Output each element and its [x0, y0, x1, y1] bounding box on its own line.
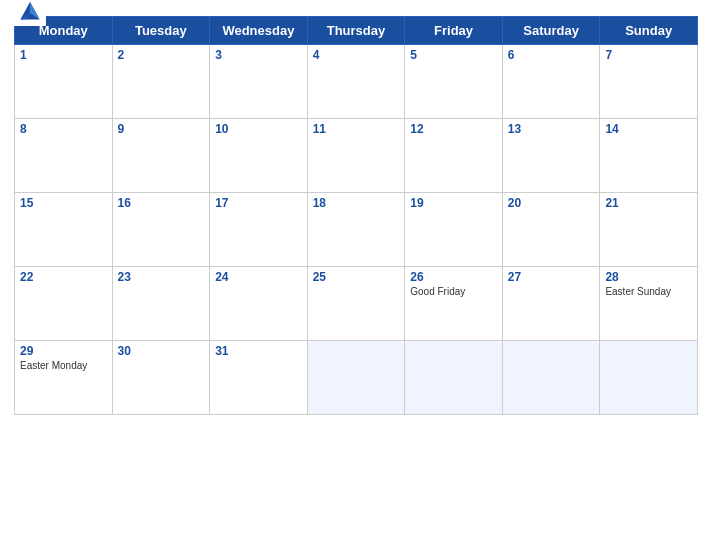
calendar-cell: 20: [502, 193, 600, 267]
calendar-cell: 22: [15, 267, 113, 341]
calendar-week-row: 15161718192021: [15, 193, 698, 267]
weekday-header-sunday: Sunday: [600, 17, 698, 45]
cell-date-number: 2: [118, 48, 205, 62]
cell-date-number: 25: [313, 270, 400, 284]
cell-date-number: 5: [410, 48, 497, 62]
weekday-header-thursday: Thursday: [307, 17, 405, 45]
cell-date-number: 22: [20, 270, 107, 284]
calendar-cell: 27: [502, 267, 600, 341]
calendar-cell: 31: [210, 341, 308, 415]
weekday-header-tuesday: Tuesday: [112, 17, 210, 45]
cell-holiday-label: Easter Sunday: [605, 286, 692, 297]
calendar-week-row: 2223242526Good Friday2728Easter Sunday: [15, 267, 698, 341]
calendar-body: 1234567891011121314151617181920212223242…: [15, 45, 698, 415]
calendar-cell: 21: [600, 193, 698, 267]
calendar-cell: [502, 341, 600, 415]
cell-date-number: 11: [313, 122, 400, 136]
cell-date-number: 23: [118, 270, 205, 284]
cell-date-number: 27: [508, 270, 595, 284]
calendar-cell: 28Easter Sunday: [600, 267, 698, 341]
calendar-cell: 19: [405, 193, 503, 267]
calendar-cell: 25: [307, 267, 405, 341]
calendar-cell: 2: [112, 45, 210, 119]
calendar-week-row: 29Easter Monday3031: [15, 341, 698, 415]
cell-date-number: 1: [20, 48, 107, 62]
weekday-header-saturday: Saturday: [502, 17, 600, 45]
weekday-header-row: MondayTuesdayWednesdayThursdayFridaySatu…: [15, 17, 698, 45]
calendar-cell: 3: [210, 45, 308, 119]
generalblue-logo-icon: [14, 0, 46, 26]
cell-date-number: 30: [118, 344, 205, 358]
calendar-cell: [307, 341, 405, 415]
cell-date-number: 29: [20, 344, 107, 358]
cell-date-number: 14: [605, 122, 692, 136]
cell-date-number: 21: [605, 196, 692, 210]
calendar-cell: 14: [600, 119, 698, 193]
cell-date-number: 18: [313, 196, 400, 210]
weekday-header-friday: Friday: [405, 17, 503, 45]
calendar-cell: 29Easter Monday: [15, 341, 113, 415]
cell-date-number: 19: [410, 196, 497, 210]
cell-holiday-label: Good Friday: [410, 286, 497, 297]
cell-date-number: 3: [215, 48, 302, 62]
cell-date-number: 17: [215, 196, 302, 210]
cell-date-number: 15: [20, 196, 107, 210]
cell-date-number: 9: [118, 122, 205, 136]
calendar-cell: 6: [502, 45, 600, 119]
calendar-cell: [405, 341, 503, 415]
calendar-week-row: 1234567: [15, 45, 698, 119]
calendar-cell: 5: [405, 45, 503, 119]
cell-date-number: 20: [508, 196, 595, 210]
calendar-week-row: 891011121314: [15, 119, 698, 193]
calendar-cell: [600, 341, 698, 415]
cell-date-number: 4: [313, 48, 400, 62]
calendar-cell: 9: [112, 119, 210, 193]
cell-date-number: 24: [215, 270, 302, 284]
calendar-cell: 7: [600, 45, 698, 119]
calendar-thead: MondayTuesdayWednesdayThursdayFridaySatu…: [15, 17, 698, 45]
calendar-cell: 26Good Friday: [405, 267, 503, 341]
calendar-cell: 10: [210, 119, 308, 193]
cell-date-number: 26: [410, 270, 497, 284]
calendar-cell: 16: [112, 193, 210, 267]
cell-date-number: 10: [215, 122, 302, 136]
calendar-cell: 1: [15, 45, 113, 119]
logo-area: [14, 0, 50, 26]
calendar-cell: 13: [502, 119, 600, 193]
calendar-cell: 8: [15, 119, 113, 193]
cell-holiday-label: Easter Monday: [20, 360, 107, 371]
cell-date-number: 8: [20, 122, 107, 136]
calendar-table: MondayTuesdayWednesdayThursdayFridaySatu…: [14, 16, 698, 415]
cell-date-number: 7: [605, 48, 692, 62]
cell-date-number: 31: [215, 344, 302, 358]
cell-date-number: 6: [508, 48, 595, 62]
cell-date-number: 16: [118, 196, 205, 210]
calendar-container: MondayTuesdayWednesdayThursdayFridaySatu…: [0, 0, 712, 550]
calendar-cell: 23: [112, 267, 210, 341]
cell-date-number: 13: [508, 122, 595, 136]
calendar-cell: 24: [210, 267, 308, 341]
weekday-header-wednesday: Wednesday: [210, 17, 308, 45]
cell-date-number: 12: [410, 122, 497, 136]
calendar-cell: 17: [210, 193, 308, 267]
calendar-cell: 18: [307, 193, 405, 267]
calendar-cell: 30: [112, 341, 210, 415]
calendar-cell: 4: [307, 45, 405, 119]
calendar-cell: 15: [15, 193, 113, 267]
calendar-cell: 12: [405, 119, 503, 193]
calendar-cell: 11: [307, 119, 405, 193]
cell-date-number: 28: [605, 270, 692, 284]
